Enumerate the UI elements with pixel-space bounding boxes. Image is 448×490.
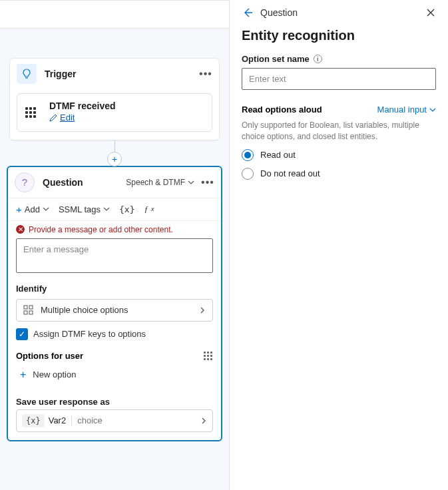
mode-label: Speech & DTMF (126, 178, 185, 187)
chevron-down-icon (103, 206, 110, 212)
option-set-input[interactable] (242, 68, 436, 90)
save-response-label: Save user response as (8, 393, 221, 409)
option-set-label: Option set name i (242, 54, 436, 64)
message-placeholder: Enter a message (23, 244, 89, 254)
read-out-label: Read out (260, 150, 296, 160)
options-label: Options for user (16, 351, 83, 361)
variable-icon: {x} (22, 414, 45, 427)
options-icon (23, 305, 34, 316)
trigger-event-title: DTMF received (49, 101, 116, 111)
identify-label: Identify (8, 281, 221, 296)
svg-rect-3 (24, 311, 27, 314)
radio-unchecked-icon (242, 168, 254, 180)
trigger-card: Trigger ••• DTMF received Edit (9, 58, 220, 140)
question-card: ? Question Speech & DTMF ••• + Add SSML … (7, 166, 222, 441)
read-out-radio[interactable]: Read out (242, 149, 436, 161)
manual-input-dropdown[interactable]: Manual input (377, 105, 436, 115)
chevron-right-icon (199, 307, 206, 314)
chevron-down-icon (188, 179, 194, 186)
do-not-read-label: Do not read out (260, 168, 320, 178)
identify-selector[interactable]: Multiple choice options (16, 299, 213, 322)
chevron-down-icon (43, 206, 49, 212)
edit-link[interactable]: Edit (49, 113, 75, 122)
question-more-button[interactable]: ••• (201, 176, 214, 188)
add-step-button[interactable]: + (107, 152, 122, 166)
ssml-label: SSML tags (59, 204, 101, 214)
svg-rect-2 (29, 306, 33, 309)
keypad-icon (25, 107, 40, 118)
edit-link-label: Edit (60, 113, 75, 122)
chevron-right-icon (200, 417, 207, 424)
chevron-down-icon (429, 107, 436, 113)
radio-checked-icon (242, 149, 254, 161)
properties-panel: Question Entity recognition Option set n… (230, 0, 448, 490)
svg-rect-1 (24, 306, 27, 309)
formula-button[interactable]: ƒx (144, 204, 154, 214)
mode-dropdown[interactable]: Speech & DTMF (126, 178, 194, 187)
do-not-read-radio[interactable]: Do not read out (242, 168, 436, 180)
close-button[interactable] (425, 7, 436, 18)
error-icon: ✕ (16, 225, 25, 234)
message-input[interactable]: Enter a message (16, 238, 213, 273)
variable-selector[interactable]: {x} Var2 choice (16, 409, 213, 432)
add-label: Add (25, 204, 40, 214)
pencil-icon (49, 114, 57, 122)
add-button[interactable]: + Add (16, 204, 49, 215)
assign-dtmf-checkbox[interactable]: ✓ (16, 328, 28, 340)
trigger-title: Trigger (45, 69, 199, 79)
panel-title: Entity recognition (242, 28, 436, 43)
variable-type: choice (71, 415, 103, 425)
trigger-icon (17, 64, 37, 84)
panel-breadcrumb: Question (260, 7, 419, 18)
new-option-button[interactable]: + New option (8, 362, 221, 393)
insert-variable-button[interactable]: {x} (119, 204, 134, 214)
manual-input-label: Manual input (377, 105, 427, 115)
plus-icon: + (16, 204, 22, 215)
back-button[interactable] (242, 7, 254, 19)
trigger-event-card[interactable]: DTMF received Edit (17, 93, 212, 132)
info-icon[interactable]: i (314, 55, 322, 63)
new-option-label: New option (33, 369, 76, 379)
ssml-dropdown[interactable]: SSML tags (59, 204, 110, 214)
question-icon: ? (15, 172, 35, 192)
question-title: Question (43, 177, 126, 188)
variable-name: Var2 (49, 415, 67, 425)
svg-rect-4 (29, 311, 33, 314)
identify-value: Multiple choice options (41, 305, 128, 315)
read-aloud-label: Read options aloud (242, 105, 322, 115)
help-text: Only supported for Boolean, list variabl… (242, 120, 436, 142)
reorder-handle-icon[interactable] (204, 352, 213, 360)
plus-icon: + (20, 369, 26, 381)
error-message: ✕ Provide a message or add other content… (8, 221, 221, 237)
assign-dtmf-label: Assign DTMF keys to options (33, 329, 146, 339)
trigger-more-button[interactable]: ••• (199, 68, 212, 80)
